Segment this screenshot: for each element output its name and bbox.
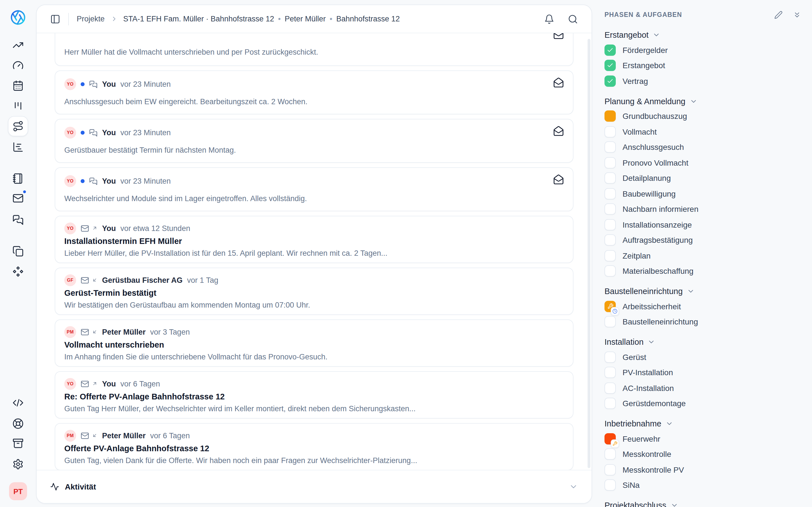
sidebar-item-notebook-icon[interactable] — [8, 168, 28, 189]
note-body: Herr Müller hat die Vollmacht unterschri… — [64, 48, 564, 56]
task-label: Messkontrolle — [622, 450, 671, 459]
task-checkbox[interactable] — [605, 142, 616, 153]
task-checkbox[interactable] — [605, 111, 616, 122]
activity-bar[interactable]: Aktivität — [37, 470, 592, 503]
timestamp: vor 3 Tagen — [150, 328, 190, 336]
email-card[interactable]: PMPeter Müllervor 3 TagenVollmacht unter… — [55, 320, 573, 367]
sidebar-item-life-buoy-icon[interactable] — [8, 413, 28, 434]
avatar: YO — [64, 222, 76, 234]
task-checkbox[interactable] — [605, 464, 616, 475]
user-avatar[interactable]: PT — [9, 482, 27, 500]
task-item: Gerüstdemontage — [605, 396, 801, 411]
task-checkbox[interactable] — [605, 351, 616, 363]
timestamp: vor 23 Minuten — [120, 177, 171, 185]
search-icon[interactable] — [568, 14, 578, 24]
breadcrumb-projects-link[interactable]: Projekte — [77, 15, 105, 23]
task-checkbox[interactable] — [605, 266, 616, 277]
task-checkbox[interactable] — [605, 398, 616, 409]
avatar: PM — [64, 430, 76, 441]
task-checkbox[interactable] — [605, 60, 616, 71]
sidebar-item-chart-gantt-icon[interactable] — [8, 137, 28, 157]
card-header: YOYouvor etwa 12 Stunden — [64, 223, 564, 234]
app-logo-aperture-icon[interactable] — [10, 10, 26, 25]
arrow-down-left-icon — [92, 329, 98, 335]
task-item: PV-Installation — [605, 365, 801, 380]
note-card[interactable]: Herr Müller hat die Vollmacht unterschri… — [55, 33, 573, 66]
clock-badge-icon — [611, 307, 619, 316]
wrench-badge-icon — [611, 439, 619, 448]
sidebar-item-component-icon[interactable] — [8, 262, 28, 282]
section-header[interactable]: Installation — [605, 335, 801, 349]
task-label: Vertrag — [622, 76, 648, 86]
task-checkbox[interactable] — [605, 480, 616, 491]
email-card[interactable]: YOYouvor 6 TagenRe: Offerte PV-Anlage Ba… — [55, 371, 573, 418]
email-card[interactable]: PMPeter Müllervor 6 TagenOfferte PV-Anla… — [55, 423, 573, 470]
card-header: PMPeter Müllervor 3 Tagen — [64, 326, 564, 337]
sidebar-item-gauge-icon[interactable] — [8, 55, 28, 75]
note-card[interactable]: YOYouvor 23 MinutenGerüstbauer bestätigt… — [55, 119, 573, 163]
sidebar-item-settings-icon[interactable] — [8, 454, 28, 474]
feed-scrollbar[interactable] — [588, 39, 591, 468]
task-checkbox[interactable] — [605, 449, 616, 460]
task-checkbox[interactable] — [605, 367, 616, 378]
note-card[interactable]: YOYouvor 23 MinutenAnschlussgesuch beim … — [55, 70, 573, 114]
task-checkbox[interactable] — [605, 316, 616, 328]
activity-chevron-down-icon[interactable] — [569, 482, 578, 491]
sidebar-item-archive-icon[interactable] — [8, 433, 28, 453]
section-header[interactable]: Projektabschluss — [605, 498, 801, 507]
task-checkbox[interactable] — [605, 301, 616, 312]
sidebar-item-messages-icon[interactable] — [8, 210, 28, 230]
sidebar-item-mail-icon[interactable] — [8, 188, 28, 209]
section-header[interactable]: Erstangebot — [605, 27, 801, 42]
sidebar-item-calendar-icon[interactable] — [8, 75, 28, 96]
task-checkbox[interactable] — [605, 219, 616, 230]
task-checkbox[interactable] — [605, 250, 616, 262]
task-checkbox[interactable] — [605, 173, 616, 184]
task-label: SiNa — [622, 481, 640, 490]
mark-read-envelope-open-icon[interactable] — [553, 77, 564, 88]
task-section: Projektabschluss — [605, 498, 801, 507]
task-checkbox[interactable] — [605, 433, 616, 445]
email-card[interactable]: GFGerüstbau Fischer AGvor 1 TagGerüst-Te… — [55, 268, 573, 315]
avatar: YO — [64, 378, 76, 390]
mark-read-envelope-open-icon[interactable] — [553, 33, 564, 40]
task-label: Messkontrolle PV — [622, 465, 684, 474]
card-header: YOYouvor 23 Minuten — [64, 78, 564, 90]
unread-dot — [81, 130, 85, 134]
avatar: YO — [64, 175, 76, 187]
task-item: Baustelleneinrichtung — [605, 314, 801, 330]
task-section: ErstangebotFördergelderErstangebotVertra… — [605, 27, 801, 89]
email-subject: Vollmacht unterschrieben — [64, 340, 564, 349]
section-name: Erstangebot — [605, 31, 649, 40]
mark-read-envelope-open-icon[interactable] — [553, 126, 564, 136]
sidebar-toggle-panel-left-icon[interactable] — [50, 14, 60, 24]
task-item: AC-Installation — [605, 380, 801, 396]
sidebar-item-route-icon[interactable] — [8, 116, 28, 136]
task-item: Vollmacht — [605, 124, 801, 139]
section-header[interactable]: Planung & Anmeldung — [605, 94, 801, 108]
notifications-bell-icon[interactable] — [544, 14, 554, 24]
task-checkbox[interactable] — [605, 45, 616, 56]
email-card[interactable]: YOYouvor etwa 12 StundenInstallationster… — [55, 216, 573, 263]
timestamp: vor etwa 12 Stunden — [120, 224, 190, 232]
section-header[interactable]: Inbetriebnahme — [605, 416, 801, 431]
task-checkbox[interactable] — [605, 126, 616, 137]
chevron-down-icon — [687, 287, 695, 295]
sidebar-item-code-icon[interactable] — [8, 393, 28, 413]
sidebar-item-copy-icon[interactable] — [8, 241, 28, 262]
section-header[interactable]: Baustelleneinrichtung — [605, 284, 801, 298]
arrow-up-right-icon — [92, 225, 98, 231]
sidebar-item-trending-up-icon[interactable] — [8, 35, 28, 55]
task-checkbox[interactable] — [605, 157, 616, 168]
note-card[interactable]: YOYouvor 23 MinutenWechselrichter und Mo… — [55, 167, 573, 211]
edit-phases-pencil-icon[interactable] — [774, 10, 783, 19]
task-checkbox[interactable] — [605, 383, 616, 394]
task-checkbox[interactable] — [605, 75, 616, 87]
task-checkbox[interactable] — [605, 235, 616, 246]
task-checkbox[interactable] — [605, 204, 616, 215]
task-label: Auftragsbestätigung — [622, 236, 693, 245]
sidebar-item-kanban-icon[interactable] — [8, 96, 28, 116]
collapse-all-chevrons-down-icon[interactable] — [793, 10, 801, 19]
mark-read-envelope-open-icon[interactable] — [553, 174, 564, 185]
task-checkbox[interactable] — [605, 188, 616, 200]
